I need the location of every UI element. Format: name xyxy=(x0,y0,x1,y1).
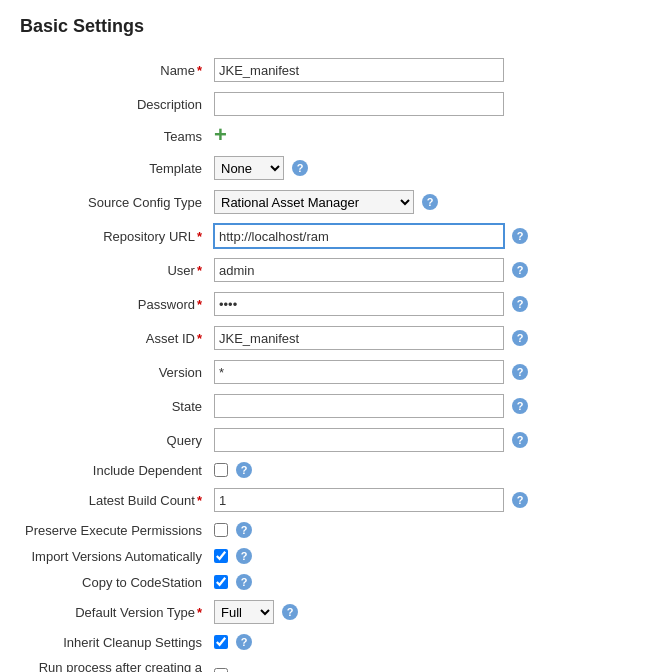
latest-build-count-help-icon[interactable]: ? xyxy=(512,492,528,508)
page-title: Basic Settings xyxy=(20,16,652,37)
name-input[interactable] xyxy=(214,58,504,82)
state-help-icon[interactable]: ? xyxy=(512,398,528,414)
include-dependent-row: Include Dependent ? xyxy=(20,457,652,483)
inherit-cleanup-settings-label: Inherit Cleanup Settings xyxy=(20,629,210,655)
copy-to-codestation-checkbox[interactable] xyxy=(214,575,228,589)
latest-build-count-row: Latest Build Count* ? xyxy=(20,483,652,517)
asset-id-help-icon[interactable]: ? xyxy=(512,330,528,346)
source-config-type-help-icon[interactable]: ? xyxy=(422,194,438,210)
template-help-icon[interactable]: ? xyxy=(292,160,308,176)
run-process-label: Run process after creating a new version xyxy=(20,655,210,672)
template-label: Template xyxy=(20,151,210,185)
preserve-execute-permissions-checkbox[interactable] xyxy=(214,523,228,537)
add-team-icon[interactable]: + xyxy=(214,126,234,146)
name-row: Name* xyxy=(20,53,652,87)
state-label: State xyxy=(20,389,210,423)
version-help-icon[interactable]: ? xyxy=(512,364,528,380)
source-config-type-row: Source Config Type Rational Asset Manage… xyxy=(20,185,652,219)
teams-label: Teams xyxy=(20,121,210,151)
user-label: User* xyxy=(20,253,210,287)
password-row: Password* ? xyxy=(20,287,652,321)
source-config-type-select[interactable]: Rational Asset Manager xyxy=(214,190,414,214)
include-dependent-help-icon[interactable]: ? xyxy=(236,462,252,478)
version-label: Version xyxy=(20,355,210,389)
asset-id-row: Asset ID* ? xyxy=(20,321,652,355)
include-dependent-label: Include Dependent xyxy=(20,457,210,483)
default-version-type-help-icon[interactable]: ? xyxy=(282,604,298,620)
basic-settings-form: Name* Description Teams + Template xyxy=(20,53,652,672)
teams-row: Teams + xyxy=(20,121,652,151)
password-label: Password* xyxy=(20,287,210,321)
user-help-icon[interactable]: ? xyxy=(512,262,528,278)
run-process-checkbox[interactable] xyxy=(214,668,228,672)
query-label: Query xyxy=(20,423,210,457)
page-container: Basic Settings Name* Description Teams + xyxy=(0,0,672,672)
password-input[interactable] xyxy=(214,292,504,316)
inherit-cleanup-settings-help-icon[interactable]: ? xyxy=(236,634,252,650)
repository-url-input[interactable] xyxy=(214,224,504,248)
name-label: Name* xyxy=(20,53,210,87)
password-help-icon[interactable]: ? xyxy=(512,296,528,312)
user-input[interactable] xyxy=(214,258,504,282)
version-row: Version ? xyxy=(20,355,652,389)
include-dependent-checkbox[interactable] xyxy=(214,463,228,477)
repository-url-help-icon[interactable]: ? xyxy=(512,228,528,244)
state-input[interactable] xyxy=(214,394,504,418)
source-config-type-label: Source Config Type xyxy=(20,185,210,219)
default-version-type-row: Default Version Type* Full Incremental ? xyxy=(20,595,652,629)
template-select[interactable]: None xyxy=(214,156,284,180)
import-versions-automatically-label: Import Versions Automatically xyxy=(20,543,210,569)
preserve-execute-permissions-label: Preserve Execute Permissions xyxy=(20,517,210,543)
inherit-cleanup-settings-checkbox[interactable] xyxy=(214,635,228,649)
description-label: Description xyxy=(20,87,210,121)
asset-id-label: Asset ID* xyxy=(20,321,210,355)
description-row: Description xyxy=(20,87,652,121)
description-input[interactable] xyxy=(214,92,504,116)
import-versions-automatically-help-icon[interactable]: ? xyxy=(236,548,252,564)
preserve-execute-permissions-help-icon[interactable]: ? xyxy=(236,522,252,538)
default-version-type-select[interactable]: Full Incremental xyxy=(214,600,274,624)
query-input[interactable] xyxy=(214,428,504,452)
run-process-row: Run process after creating a new version xyxy=(20,655,652,672)
user-row: User* ? xyxy=(20,253,652,287)
copy-to-codestation-row: Copy to CodeStation ? xyxy=(20,569,652,595)
state-row: State ? xyxy=(20,389,652,423)
query-help-icon[interactable]: ? xyxy=(512,432,528,448)
import-versions-automatically-row: Import Versions Automatically ? xyxy=(20,543,652,569)
template-row: Template None ? xyxy=(20,151,652,185)
query-row: Query ? xyxy=(20,423,652,457)
asset-id-input[interactable] xyxy=(214,326,504,350)
inherit-cleanup-settings-row: Inherit Cleanup Settings ? xyxy=(20,629,652,655)
preserve-execute-permissions-row: Preserve Execute Permissions ? xyxy=(20,517,652,543)
latest-build-count-input[interactable] xyxy=(214,488,504,512)
copy-to-codestation-help-icon[interactable]: ? xyxy=(236,574,252,590)
copy-to-codestation-label: Copy to CodeStation xyxy=(20,569,210,595)
repository-url-row: Repository URL* ? xyxy=(20,219,652,253)
repository-url-label: Repository URL* xyxy=(20,219,210,253)
default-version-type-label: Default Version Type* xyxy=(20,595,210,629)
version-input[interactable] xyxy=(214,360,504,384)
latest-build-count-label: Latest Build Count* xyxy=(20,483,210,517)
import-versions-automatically-checkbox[interactable] xyxy=(214,549,228,563)
